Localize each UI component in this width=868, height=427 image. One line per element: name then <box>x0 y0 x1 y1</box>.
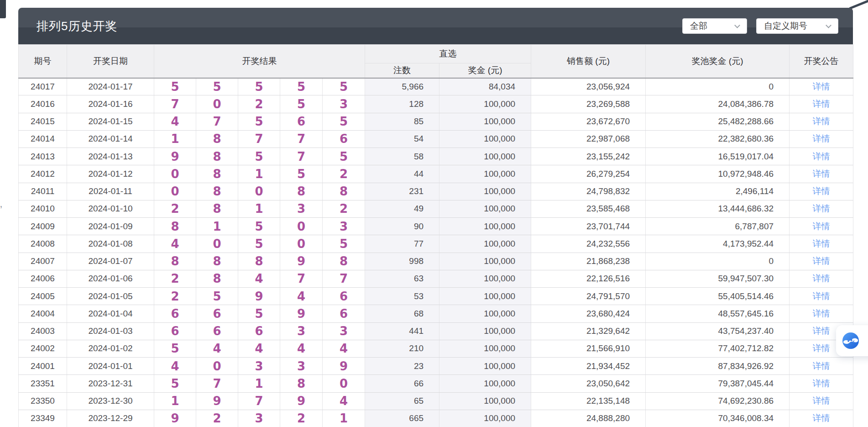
detail-link[interactable]: 详情 <box>790 360 853 372</box>
table-row: 24007 2024-01-07 8 8 8 9 8 998 100,000 2… <box>19 253 853 270</box>
detail-link[interactable]: 详情 <box>790 290 853 302</box>
col-header-sales: 销售额 (元) <box>531 45 646 78</box>
result-digit-1: 4 <box>154 235 196 253</box>
detail-link[interactable]: 详情 <box>790 98 853 110</box>
bets-cell: 65 <box>365 392 439 410</box>
detail-link[interactable]: 详情 <box>790 151 853 163</box>
bets-cell: 53 <box>365 288 439 305</box>
prize-cell: 100,000 <box>439 270 531 287</box>
prize-cell: 100,000 <box>439 358 531 375</box>
detail-link[interactable]: 详情 <box>790 168 853 180</box>
bets-cell: 77 <box>365 235 439 253</box>
detail-link[interactable]: 详情 <box>790 308 853 320</box>
result-digit-5: 5 <box>323 148 365 165</box>
prize-cell: 100,000 <box>439 113 531 130</box>
date-cell: 2024-01-07 <box>67 253 154 270</box>
prize-cell: 100,000 <box>439 165 531 183</box>
col-header-prize: 奖金 (元) <box>439 63 531 78</box>
result-digit-2: 7 <box>196 113 238 130</box>
result-digit-3: 7 <box>238 392 280 410</box>
result-digit-1: 1 <box>154 392 196 410</box>
result-digit-2: 8 <box>196 270 238 287</box>
page-title: 排列5历史开奖 <box>37 18 117 34</box>
col-header-jackpot: 奖池奖金 (元) <box>646 45 790 78</box>
sales-cell: 23,701,744 <box>531 218 646 235</box>
result-digit-3: 1 <box>238 200 280 217</box>
detail-link[interactable]: 详情 <box>790 185 853 197</box>
date-cell: 2024-01-05 <box>67 288 154 305</box>
result-digit-2: 8 <box>196 253 238 270</box>
detail-link[interactable]: 详情 <box>790 378 853 390</box>
lottery-type-select[interactable]: 全部 <box>682 18 747 34</box>
issue-range-select-value: 自定义期号 <box>764 20 807 32</box>
result-digit-3: 5 <box>238 113 280 130</box>
result-digit-1: 0 <box>154 165 196 183</box>
detail-link[interactable]: 详情 <box>790 133 853 145</box>
table-row: 24009 2024-01-09 8 1 5 0 3 90 100,000 23… <box>19 218 853 235</box>
result-digit-2: 6 <box>196 305 238 322</box>
result-digit-5: 2 <box>323 165 365 183</box>
sales-cell: 23,056,924 <box>531 78 646 95</box>
result-digit-1: 5 <box>154 340 196 357</box>
announcement-cell: 详情 <box>790 410 853 427</box>
bets-cell: 54 <box>365 130 439 148</box>
result-digit-4: 7 <box>280 148 323 165</box>
result-digit-4: 6 <box>280 113 323 130</box>
detail-link[interactable]: 详情 <box>790 238 853 250</box>
announcement-cell: 详情 <box>790 235 853 253</box>
date-cell: 2024-01-13 <box>67 148 154 165</box>
bets-cell: 998 <box>365 253 439 270</box>
detail-link[interactable]: 详情 <box>790 412 853 424</box>
result-digit-4: 9 <box>280 253 323 270</box>
result-digit-2: 0 <box>196 95 238 113</box>
prize-cell: 100,000 <box>439 305 531 322</box>
result-digit-1: 5 <box>154 78 196 95</box>
prize-cell: 100,000 <box>439 235 531 253</box>
detail-link[interactable]: 详情 <box>790 255 853 267</box>
result-digit-2: 8 <box>196 148 238 165</box>
detail-link[interactable]: 详情 <box>790 116 853 127</box>
issue-cell: 24003 <box>19 322 67 340</box>
jackpot-cell: 87,834,926.92 <box>646 358 790 375</box>
sales-cell: 21,566,910 <box>531 340 646 357</box>
result-digit-5: 6 <box>323 130 365 148</box>
jackpot-cell: 10,972,948.46 <box>646 165 790 183</box>
table-row: 23350 2023-12-30 1 9 7 9 4 65 100,000 22… <box>19 392 853 410</box>
detail-link[interactable]: 详情 <box>790 395 853 407</box>
announcement-cell: 详情 <box>790 375 853 392</box>
bets-cell: 665 <box>365 410 439 427</box>
result-digit-3: 2 <box>238 95 280 113</box>
table-row: 24010 2024-01-10 2 8 1 3 2 49 100,000 23… <box>19 200 853 217</box>
detail-link[interactable]: 详情 <box>790 273 853 285</box>
table-row: 24016 2024-01-16 7 0 2 5 3 128 100,000 2… <box>19 95 853 113</box>
result-digit-3: 5 <box>238 78 280 95</box>
jackpot-cell: 59,947,507.30 <box>646 270 790 287</box>
announcement-cell: 详情 <box>790 95 853 113</box>
issue-cell: 23351 <box>19 375 67 392</box>
bets-cell: 441 <box>365 322 439 340</box>
col-header-bets: 注数 <box>365 63 439 78</box>
issue-range-select[interactable]: 自定义期号 <box>756 18 838 34</box>
result-digit-4: 7 <box>280 130 323 148</box>
assistant-widget[interactable] <box>836 325 868 356</box>
result-digit-1: 1 <box>154 130 196 148</box>
result-digit-1: 6 <box>154 322 196 340</box>
issue-cell: 24013 <box>19 148 67 165</box>
date-cell: 2024-01-08 <box>67 235 154 253</box>
issue-cell: 24012 <box>19 165 67 183</box>
prize-cell: 100,000 <box>439 200 531 217</box>
table-row: 24014 2024-01-14 1 8 7 7 6 54 100,000 22… <box>19 130 853 148</box>
col-header-issue: 期号 <box>19 45 67 78</box>
prize-cell: 100,000 <box>439 130 531 148</box>
result-digit-3: 8 <box>238 253 280 270</box>
sales-cell: 24,798,832 <box>531 183 646 200</box>
result-digit-3: 5 <box>238 305 280 322</box>
detail-link[interactable]: 详情 <box>790 221 853 232</box>
bets-cell: 49 <box>365 200 439 217</box>
detail-link[interactable]: 详情 <box>790 81 853 93</box>
date-cell: 2024-01-17 <box>67 78 154 95</box>
results-table: 期号 开奖日期 开奖结果 直选 销售额 (元) 奖池奖金 (元) 开奖公告 注数… <box>18 44 853 427</box>
result-digit-4: 5 <box>280 78 323 95</box>
detail-link[interactable]: 详情 <box>790 203 853 215</box>
result-digit-2: 0 <box>196 235 238 253</box>
